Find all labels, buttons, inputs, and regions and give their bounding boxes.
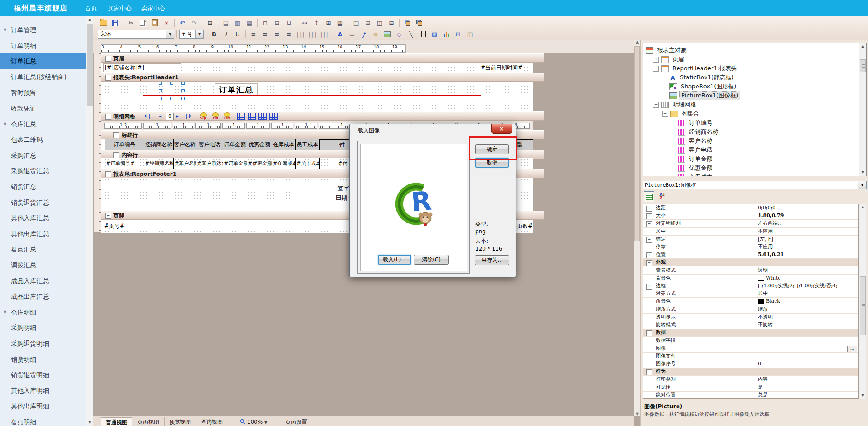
space-vertical-icon[interactable]: ⊟ xyxy=(386,18,397,28)
column-header-cell[interactable]: 客户电话 xyxy=(196,139,223,150)
selection-handle[interactable] xyxy=(181,89,185,92)
sidebar-item-其他出库明细[interactable]: 其他出库明细 xyxy=(0,398,86,414)
column-header-cell[interactable]: 客户名称 xyxy=(174,139,196,150)
load-button[interactable]: 载入(L)... xyxy=(378,255,411,265)
property-row-位置[interactable]: +位置5.61,0.21 xyxy=(643,251,858,259)
sidebar-item-订单汇总[interactable]: 订单汇总 xyxy=(0,53,86,69)
sidebar-item-调拨汇总[interactable]: 调拨汇总 xyxy=(0,257,86,273)
content-field-cell[interactable]: #仓库成本# xyxy=(272,158,296,169)
align-top-icon[interactable]: ⊓ xyxy=(260,18,271,28)
property-row-行为[interactable]: −行为 xyxy=(643,368,858,376)
align-left-icon[interactable]: ▤ xyxy=(220,18,231,28)
tree-item-明细网格[interactable]: −明细网格 xyxy=(653,100,697,109)
picture-box-icon[interactable] xyxy=(382,29,393,39)
sidebar-item-销货退货明细[interactable]: 销货退货明细 xyxy=(0,367,86,382)
zoom-control[interactable]: 100% ▼ xyxy=(234,417,273,426)
collapse-icon[interactable]: − xyxy=(105,114,111,120)
scroll-down-icon[interactable]: ▼ xyxy=(86,419,93,426)
expander-icon[interactable]: − xyxy=(646,369,652,375)
expander-icon[interactable]: − xyxy=(646,330,652,336)
property-row-图像[interactable]: 图像... xyxy=(643,345,858,353)
text-align-right-icon[interactable]: ≡ xyxy=(272,29,283,39)
sidebar-item-收款凭证[interactable]: 收款凭证 xyxy=(0,101,86,116)
hyperlink-icon[interactable]: ⊕ xyxy=(370,29,381,39)
property-row-打印类别[interactable]: 打印类别内容 xyxy=(643,376,858,383)
expander-icon[interactable]: + xyxy=(646,237,652,243)
tree-item-客户名称[interactable]: 客户名称 xyxy=(670,136,714,145)
expander-icon[interactable]: + xyxy=(646,221,652,227)
property-row-外观[interactable]: −外观 xyxy=(643,259,858,266)
bold-icon[interactable]: B xyxy=(209,29,219,39)
column-header-cell[interactable]: 仓库成本 xyxy=(272,139,296,150)
tree-scroll-thumb[interactable] xyxy=(860,59,866,72)
selection-handle[interactable] xyxy=(181,82,185,85)
column-header-cell[interactable]: 经销商名称 xyxy=(144,139,174,150)
shop-name-field[interactable]: [#[店铺名称]#] xyxy=(103,63,181,72)
column-header-cell[interactable]: 订单金额 xyxy=(223,139,247,150)
scroll-up-icon[interactable]: ▲ xyxy=(86,16,93,24)
property-row-图像序号[interactable]: 图像序号0 xyxy=(643,360,858,368)
tree-item-ReportHeader1:报表头[interactable]: −ReportHeader1:报表头 xyxy=(653,64,738,73)
cut-icon[interactable]: ✂ xyxy=(126,18,137,28)
expander-icon[interactable]: + xyxy=(646,213,652,219)
vertical-middle-icon[interactable]: ∣∣∣ xyxy=(307,29,318,39)
sidebar-item-订单管理[interactable]: ∨订单管理 xyxy=(0,22,86,38)
top-nav-item[interactable]: 买家中心 xyxy=(108,5,132,13)
font-family-select[interactable]: 宋体▼ xyxy=(98,30,174,39)
text-align-left-icon[interactable]: ≡ xyxy=(248,29,259,39)
alphabetical-sort-button[interactable]: A↓Z xyxy=(657,191,668,202)
tree-item-列集合[interactable]: −列集合 xyxy=(662,109,701,118)
top-nav-item[interactable]: 卖家中心 xyxy=(141,5,165,13)
view-tab-普通视图[interactable]: 普通视图 xyxy=(101,417,132,426)
nav-next-icon[interactable]: ▸ xyxy=(176,113,179,119)
center-vertical-icon[interactable]: ⊟ xyxy=(362,18,373,28)
expander-icon[interactable]: + xyxy=(646,252,652,258)
tree-item-报表主对象[interactable]: 报表主对象 xyxy=(646,46,688,55)
bring-front-icon[interactable] xyxy=(402,18,413,28)
property-row-绝对位置[interactable]: 绝对位置总是 xyxy=(643,392,858,399)
tree-item-订单编号[interactable]: 订单编号 xyxy=(670,118,714,127)
property-row-停靠[interactable]: 停靠不应用 xyxy=(643,243,858,251)
view-tab-页面视图[interactable]: 页面视图 xyxy=(132,417,165,426)
property-row-边距[interactable]: +边距0;0;0;0 xyxy=(643,204,858,212)
object-selector-combo[interactable]: PictureBox1:图像框 ▼ xyxy=(643,181,867,189)
redo-icon[interactable]: ↷ xyxy=(189,18,200,28)
sidebar-item-其他入库汇总[interactable]: 其他入库汇总 xyxy=(0,210,86,226)
sidebar-item-盘点汇总[interactable]: 盘点汇总 xyxy=(0,242,86,257)
nav-first-icon[interactable]: ⏴❘ xyxy=(144,113,151,119)
nav-last-icon[interactable]: ❘⏵ xyxy=(184,113,191,119)
property-row-锚定[interactable]: +锚定[左,上] xyxy=(643,236,858,243)
scroll-down-icon[interactable]: ▼ xyxy=(859,169,866,176)
font-size-select[interactable]: 五号▼ xyxy=(179,30,204,39)
scroll-down-icon[interactable]: ▼ xyxy=(634,412,640,416)
date-label[interactable]: 日期 xyxy=(303,194,347,202)
sidebar-item-暂时预留[interactable]: 暂时预留 xyxy=(0,85,86,100)
scroll-up-icon[interactable]: ▲ xyxy=(859,204,866,210)
collapse-icon[interactable]: − xyxy=(113,132,119,138)
send-back-icon[interactable] xyxy=(414,18,424,28)
sidebar-item-其他入库明细[interactable]: 其他入库明细 xyxy=(0,383,86,398)
sidebar-item-采购汇总[interactable]: 采购汇总 xyxy=(0,148,86,163)
page-setup-button[interactable]: 页面设置 xyxy=(279,417,313,426)
grid-size-icon[interactable]: ▦ xyxy=(335,18,346,28)
content-field-cell[interactable]: #订单编号# xyxy=(105,158,144,169)
sidebar-item-盘点明细[interactable]: 盘点明细 xyxy=(0,414,86,426)
record-number-input[interactable]: 0 xyxy=(166,113,174,120)
shape-box-icon[interactable]: ◇ xyxy=(394,29,405,39)
nav-prev-icon[interactable]: ◂ xyxy=(159,113,161,119)
band-report-header[interactable]: −报表头:ReportHeader1 xyxy=(101,73,544,82)
collapse-icon[interactable]: − xyxy=(105,213,111,219)
chart-icon[interactable] xyxy=(441,29,452,39)
expander-icon[interactable]: − xyxy=(653,66,659,72)
tree-scrollbar[interactable]: ▲▼ xyxy=(859,43,866,176)
align-middle-icon[interactable]: ⊟ xyxy=(272,18,283,28)
saveas-button[interactable]: 另存为... xyxy=(475,255,509,265)
collapse-icon[interactable]: − xyxy=(105,75,111,81)
property-row-背景模式[interactable]: 背景模式透明 xyxy=(643,267,858,275)
save-icon[interactable] xyxy=(110,18,121,28)
formula-icon[interactable]: ƒ xyxy=(358,29,369,39)
collapse-icon[interactable]: − xyxy=(105,56,111,62)
tree-item-经销商名称[interactable]: 经销商名称 xyxy=(670,127,720,136)
content-field-cell[interactable]: #客户电话# xyxy=(196,158,223,169)
sidebar-item-成品出库汇总[interactable]: 成品出库汇总 xyxy=(0,289,86,304)
